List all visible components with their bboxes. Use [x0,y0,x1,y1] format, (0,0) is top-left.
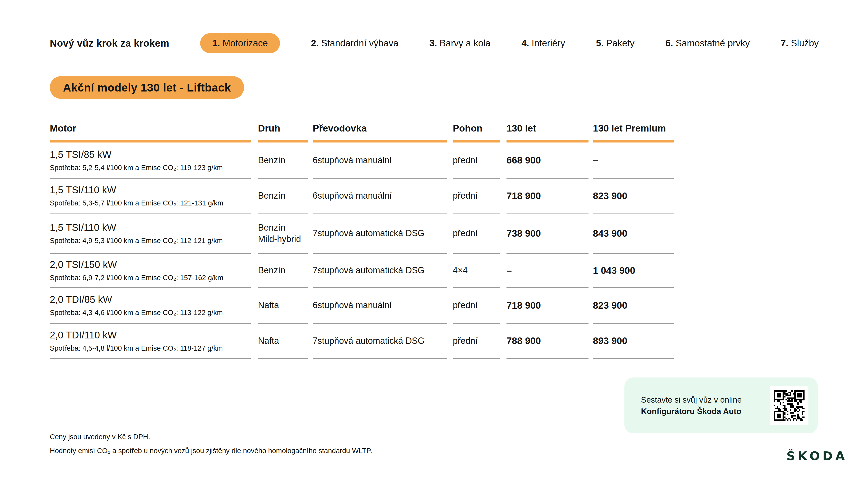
engine-name: 1,5 TSI/85 kW [50,149,112,160]
column-header-druh: Druh [258,122,308,142]
qr-code [770,386,808,425]
drive-cell: přední [453,142,500,179]
nav-step-label: Pakety [606,38,634,48]
consumption-note: Spotřeba: 4,5-4,8 l/100 km a Emise CO₂: … [50,344,223,352]
nav-step-motorizace-active[interactable]: 1.Motorizace [200,33,280,53]
nav-step-number: 3. [429,38,437,48]
price-130let-cell: – [506,254,589,288]
wizard-title: Nový vůz krok za krokem [50,38,169,49]
fuel-cell: Benzín [258,142,308,179]
nav-step-barvy-a-kola[interactable]: 3.Barvy a kola [429,38,491,48]
price-130let-cell: 668 900 [506,142,589,179]
header-underline [313,140,447,142]
nav-step-number: 6. [665,38,673,48]
column-header-130-let: 130 let [506,122,589,142]
table-row: 2,0 TDI/85 kW Spotřeba: 4,3-4,6 l/100 km… [50,288,674,324]
consumption-note: Spotřeba: 6,9-7,2 l/100 km a Emise CO₂: … [50,274,223,282]
gearbox-cell: 6stupňová manuální [313,142,447,179]
header-underline [593,140,674,142]
drive-cell: 4×4 [453,254,500,288]
column-header-130-let-premium: 130 let Premium [593,122,674,142]
table-row: 1,5 TSI/110 kW Spotřeba: 4,9-5,3 l/100 k… [50,214,674,254]
price-premium-cell: 1 043 900 [593,254,674,288]
price-130let-cell: 718 900 [506,288,589,324]
table-row: 2,0 TDI/110 kW Spotřeba: 4,5-4,8 l/100 k… [50,324,674,359]
consumption-note: Spotřeba: 4,3-4,6 l/100 km a Emise CO₂: … [50,308,223,317]
fuel-cell: Benzín [258,179,308,214]
nav-step-interiery[interactable]: 4.Interiéry [521,38,565,48]
gearbox-cell: 6stupňová manuální [313,288,447,324]
header-underline [453,140,500,142]
price-premium-cell: 843 900 [593,214,674,254]
table-row: 1,5 TSI/85 kW Spotřeba: 5,2-5,4 l/100 km… [50,142,674,179]
nav-step-label: Samostatné prvky [676,38,750,48]
price-premium-cell: – [593,142,674,179]
gearbox-cell: 7stupňová automatická DSG [313,254,447,288]
drive-cell: přední [453,288,500,324]
consumption-note: Spotřeba: 5,3-5,7 l/100 km a Emise CO₂: … [50,199,223,207]
fuel-cell: Benzín Mild-hybrid [258,214,308,254]
nav-step-samostatne-prvky[interactable]: 6.Samostatné prvky [665,38,750,48]
consumption-note: Spotřeba: 5,2-5,4 l/100 km a Emise CO₂: … [50,164,223,172]
nav-step-label: Služby [791,38,819,48]
gearbox-cell: 7stupňová automatická DSG [313,324,447,359]
gearbox-cell: 6stupňová manuální [313,179,447,214]
motor-cell: 1,5 TSI/110 kW Spotřeba: 4,9-5,3 l/100 k… [50,214,251,254]
column-header-prevodovka: Převodovka [313,122,447,142]
engine-name: 2,0 TDI/85 kW [50,294,112,305]
nav-step-label: Interiéry [532,38,565,48]
nav-step-pakety[interactable]: 5.Pakety [596,38,634,48]
drive-cell: přední [453,214,500,254]
price-premium-cell: 893 900 [593,324,674,359]
drive-cell: přední [453,324,500,359]
consumption-note: Spotřeba: 4,9-5,3 l/100 km a Emise CO₂: … [50,237,223,245]
column-header-motor: Motor [50,122,251,142]
model-heading-label: Akční modely 130 let - Liftback [63,81,231,94]
nav-step-number: 5. [596,38,604,48]
nav-step-number: 2. [311,38,319,48]
engine-name: 1,5 TSI/110 kW [50,185,116,195]
table-row: 1,5 TSI/110 kW Spotřeba: 5,3-5,7 l/100 k… [50,179,674,214]
skoda-logo: ŠKODA [786,449,847,463]
nav-step-number: 7. [781,38,788,48]
table-header: Motor Druh Převodovka Pohon 130 let 130 … [50,122,674,142]
nav-step-standardni-vybava[interactable]: 2.Standardní výbava [311,38,399,48]
fuel-cell: Benzín [258,254,308,288]
nav-step-label: Motorizace [223,38,268,48]
header-underline [506,140,589,142]
footnotes: Ceny jsou uvedeny v Kč s DPH. Hodnoty em… [50,430,372,458]
price-130let-cell: 738 900 [506,214,589,254]
cta-line-1: Sestavte si svůj vůz v online [641,394,742,405]
nav-step-sluzby[interactable]: 7.Služby [781,38,819,48]
nav-step-label: Standardní výbava [321,38,399,48]
gearbox-cell: 7stupňová automatická DSG [313,214,447,254]
drive-cell: přední [453,179,500,214]
price-premium-cell: 823 900 [593,179,674,214]
nav-step-label: Barvy a kola [440,38,491,48]
fuel-cell: Nafta [258,288,308,324]
engine-name: 2,0 TDI/110 kW [50,330,117,340]
motor-cell: 1,5 TSI/85 kW Spotřeba: 5,2-5,4 l/100 km… [50,142,251,179]
header-underline [50,140,251,142]
column-header-pohon: Pohon [453,122,500,142]
engine-name: 1,5 TSI/110 kW [50,222,116,233]
configurator-cta-text: Sestavte si svůj vůz v online Konfigurát… [641,394,742,417]
nav-step-number: 4. [521,38,529,48]
motor-cell: 1,5 TSI/110 kW Spotřeba: 5,3-5,7 l/100 k… [50,179,251,214]
motor-cell: 2,0 TDI/110 kW Spotřeba: 4,5-4,8 l/100 k… [50,324,251,359]
footnote-prices-vat: Ceny jsou uvedeny v Kč s DPH. [50,430,372,444]
table-row: 2,0 TSI/150 kW Spotřeba: 6,9-7,2 l/100 k… [50,254,674,288]
model-heading-pill: Akční modely 130 let - Liftback [50,76,244,99]
wizard-nav: Nový vůz krok za krokem 1.Motorizace 2.S… [50,33,819,53]
footnote-wltp: Hodnoty emisí CO₂ a spotřeb u nových voz… [50,444,372,458]
engine-name: 2,0 TSI/150 kW [50,259,117,270]
price-premium-cell: 823 900 [593,288,674,324]
price-130let-cell: 788 900 [506,324,589,359]
motor-cell: 2,0 TSI/150 kW Spotřeba: 6,9-7,2 l/100 k… [50,254,251,288]
nav-step-number: 1. [212,38,220,48]
cta-line-2: Konfigurátoru Škoda Auto [641,405,742,417]
price-130let-cell: 718 900 [506,179,589,214]
configurator-cta-box: Sestavte si svůj vůz v online Konfigurát… [624,378,818,433]
fuel-cell: Nafta [258,324,308,359]
motor-cell: 2,0 TDI/85 kW Spotřeba: 4,3-4,6 l/100 km… [50,288,251,324]
